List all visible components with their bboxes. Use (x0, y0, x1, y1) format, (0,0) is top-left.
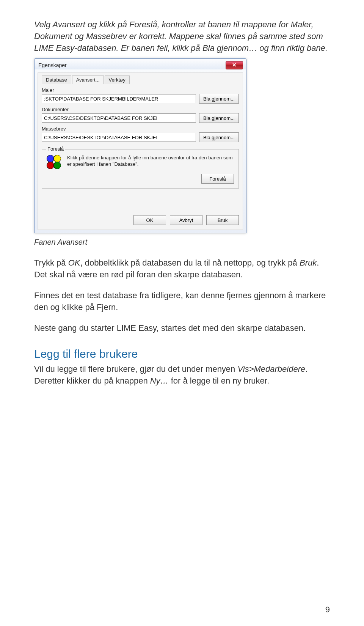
paragraph-ok-bruk: Trykk på OK, dobbeltklikk på databasen d… (34, 257, 330, 281)
paragraph-test-db: Finnes det en test database fra tidliger… (34, 290, 330, 313)
p1-ok: OK (68, 258, 80, 267)
apply-button[interactable]: Bruk (206, 215, 239, 225)
ok-button[interactable]: OK (133, 215, 166, 225)
paragraph-flere-brukere: Vil du legge til flere brukere, gjør du … (34, 363, 330, 387)
p1-b: , dobbeltklikk på databasen du la til nå… (80, 258, 300, 267)
page-number: 9 (325, 605, 330, 615)
maler-row: Bla gjennom... (42, 94, 239, 104)
dokumenter-browse-button[interactable]: Bla gjennom... (199, 113, 239, 123)
massebrev-label: Massebrev (42, 126, 239, 132)
p1-bruk: Bruk (300, 258, 317, 267)
tab-verktoy[interactable]: Verktøy (105, 75, 130, 84)
dokumenter-input[interactable] (42, 113, 196, 123)
close-icon: ✕ (232, 62, 237, 68)
close-button[interactable]: ✕ (226, 61, 243, 69)
p4-menu: Vis>Medarbeidere (237, 364, 305, 374)
foresla-button[interactable]: Foreslå (201, 174, 234, 184)
intro-text: Velg Avansert og klikk på Foreslå, kontr… (34, 20, 328, 53)
intro-paragraph: Velg Avansert og klikk på Foreslå, kontr… (34, 19, 330, 54)
tab-strip: Database Avansert... Verktøy (42, 75, 239, 84)
maler-browse-button[interactable]: Bla gjennom... (199, 94, 239, 104)
cancel-button[interactable]: Avbryt (170, 215, 202, 225)
dialog-window: Egenskaper ✕ Database Avansert... Verktø… (34, 58, 246, 233)
p4-ny: Ny… (150, 376, 169, 385)
p1-a: Trykk på (34, 258, 68, 267)
foresla-description: Klikk på denne knappen for å fylle inn b… (67, 155, 234, 168)
heading-legg-til-flere-brukere: Legg til flere brukere (34, 348, 330, 360)
maler-input[interactable] (42, 94, 196, 103)
foresla-legend: Foreslå (46, 146, 65, 152)
foresla-button-row: Foreslå (47, 174, 234, 184)
paragraph-neste-gang: Neste gang du starter LIME Easy, startes… (34, 322, 330, 334)
p4-c: for å legge til en ny bruker. (169, 376, 269, 385)
massebrev-browse-button[interactable]: Bla gjennom... (199, 132, 239, 142)
foresla-content: Klikk på denne knappen for å fylle inn b… (47, 155, 234, 171)
dokumenter-row: Bla gjennom... (42, 113, 239, 123)
foresla-groupbox: Foreslå Klikk på denne knappen for å fyl… (42, 149, 239, 189)
dialog-title: Egenskaper (38, 62, 67, 68)
p4-a: Vil du legge til flere brukere, gjør du … (34, 364, 237, 374)
dialog-titlebar: Egenskaper ✕ (35, 59, 246, 69)
figure-caption: Fanen Avansert (34, 238, 330, 247)
maler-label: Maler (42, 87, 239, 93)
dialog-body: Database Avansert... Verktøy Maler Bla g… (38, 72, 243, 230)
massebrev-input[interactable] (42, 133, 196, 142)
properties-dialog-screenshot: Egenskaper ✕ Database Avansert... Verktø… (34, 58, 246, 235)
dokumenter-label: Dokumenter (42, 107, 239, 112)
tab-avansert[interactable]: Avansert... (72, 75, 104, 84)
dialog-button-bar: OK Avbryt Bruk (42, 215, 239, 225)
tab-database[interactable]: Database (42, 75, 71, 84)
balls-icon (47, 155, 63, 171)
massebrev-row: Bla gjennom... (42, 132, 239, 142)
